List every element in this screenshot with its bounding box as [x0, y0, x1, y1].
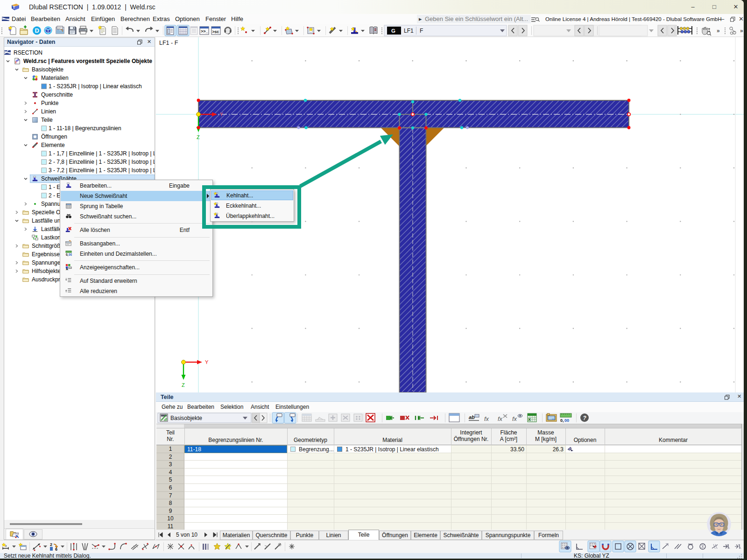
svg-text:Basisobjekte: Basisobjekte — [170, 415, 202, 421]
svg-text:0,: 0, — [560, 418, 564, 423]
svg-text:fx: fx — [512, 415, 517, 422]
svg-text:Z: Z — [197, 134, 200, 140]
svg-text:fx: fx — [498, 415, 503, 422]
svg-text:2: 2 — [50, 542, 52, 547]
svg-text:6: 6 — [55, 547, 57, 552]
svg-text:LF1 - F: LF1 - F — [159, 40, 178, 46]
svg-text:»: » — [717, 28, 720, 34]
svg-text:F: F — [420, 28, 423, 34]
svg-text:Y: Y — [220, 112, 223, 117]
svg-text:fx: fx — [484, 415, 489, 422]
svg-text:»: » — [740, 28, 743, 34]
svg-text:LF1: LF1 — [404, 28, 414, 34]
svg-text:x: x — [5, 544, 7, 547]
svg-text:X: X — [528, 417, 531, 422]
svg-text:Y: Y — [205, 359, 209, 365]
svg-text:Z: Z — [182, 382, 185, 388]
svg-text:T: T — [13, 5, 15, 10]
svg-text:G: G — [391, 28, 395, 34]
svg-text:>sc: >sc — [212, 29, 219, 34]
svg-text:>>_: >>_ — [201, 29, 209, 34]
svg-text:00: 00 — [564, 418, 569, 423]
svg-text:D: D — [35, 27, 39, 34]
svg-text:?: ? — [583, 415, 587, 421]
svg-text:ab: ab — [469, 414, 475, 420]
